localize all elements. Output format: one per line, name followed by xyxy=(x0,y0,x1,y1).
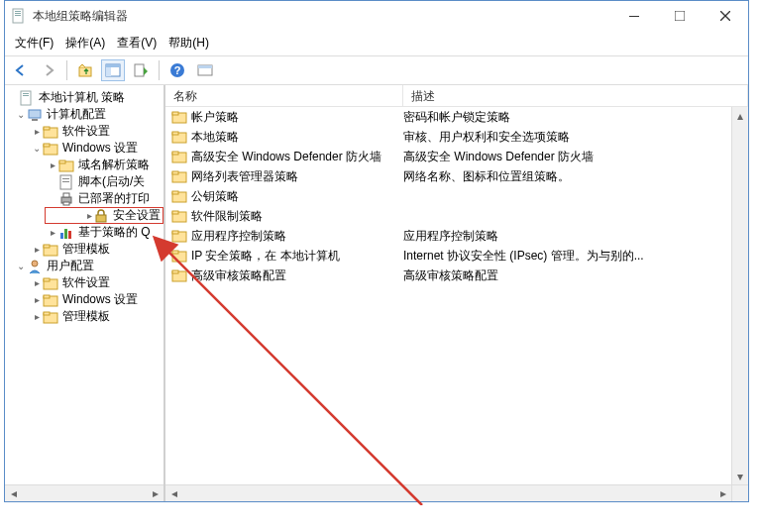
menu-view[interactable]: 查看(V) xyxy=(117,35,157,52)
scroll-right-icon[interactable]: ▸ xyxy=(714,485,731,501)
list-item[interactable]: 应用程序控制策略应用程序控制策略 xyxy=(165,226,748,246)
help-button[interactable]: ? xyxy=(165,59,189,81)
tree-label: 安全设置 xyxy=(113,207,161,224)
list-scrollbar-horizontal[interactable]: ◂ ▸ xyxy=(165,484,731,501)
item-desc: 高级安全 Windows Defender 防火墙 xyxy=(403,149,748,165)
tree-root[interactable]: ▸ 本地计算机 策略 xyxy=(7,89,163,106)
folder-icon xyxy=(43,141,58,157)
user-icon xyxy=(27,259,43,274)
scroll-left-icon[interactable]: ◂ xyxy=(5,485,22,501)
policy-tree[interactable]: ▸ 本地计算机 策略 ⌄ 计算机配置 ▸ 软件设置 ⌄ Wind xyxy=(5,85,163,329)
show-hide-tree-button[interactable] xyxy=(101,59,125,81)
list-item[interactable]: 网络列表管理器策略网络名称、图标和位置组策略。 xyxy=(165,166,748,186)
tree-label: 本地计算机 策略 xyxy=(39,89,125,106)
menu-action[interactable]: 操作(A) xyxy=(65,35,105,52)
tree-user-config[interactable]: ⌄ 用户配置 xyxy=(7,258,163,274)
expander-icon[interactable]: ▸ xyxy=(47,157,58,173)
column-header-name[interactable]: 名称 xyxy=(165,85,403,106)
list-scrollbar-vertical[interactable]: ▴ ▾ xyxy=(731,107,748,484)
expander-icon[interactable]: ▸ xyxy=(31,241,43,258)
item-name: 帐户策略 xyxy=(191,109,239,126)
expander-icon[interactable]: ▸ xyxy=(31,123,43,140)
window-title: 本地组策略编辑器 xyxy=(33,8,611,25)
folder-icon xyxy=(43,309,58,325)
policy-icon xyxy=(19,90,35,106)
tree-label: 管理模板 xyxy=(62,308,110,325)
computer-icon xyxy=(27,107,43,123)
svg-rect-36 xyxy=(64,229,67,239)
menu-help[interactable]: 帮助(H) xyxy=(168,35,209,52)
svg-rect-2 xyxy=(15,13,21,14)
close-button[interactable] xyxy=(703,1,748,31)
menu-bar: 文件(F) 操作(A) 查看(V) 帮助(H) xyxy=(5,31,748,56)
folder-icon xyxy=(171,228,187,244)
expander-icon[interactable]: ⌄ xyxy=(31,140,43,157)
tree-label: 计算机配置 xyxy=(47,106,106,123)
svg-rect-54 xyxy=(172,171,178,174)
folder-icon xyxy=(43,242,58,258)
list-item[interactable]: 软件限制策略 xyxy=(165,206,748,226)
list-item[interactable]: 本地策略审核、用户权利和安全选项策略 xyxy=(165,127,748,147)
expander-icon[interactable]: ▸ xyxy=(31,274,43,291)
svg-text:?: ? xyxy=(174,64,181,76)
svg-rect-35 xyxy=(60,233,63,239)
folder-icon xyxy=(171,149,187,164)
svg-rect-62 xyxy=(172,251,178,254)
list-item[interactable]: 高级安全 Windows Defender 防火墙高级安全 Windows De… xyxy=(165,147,748,166)
expander-icon[interactable]: ▸ xyxy=(85,207,93,224)
scroll-right-icon[interactable]: ▸ xyxy=(147,485,163,501)
app-icon xyxy=(11,8,27,24)
list-item[interactable]: 帐户策略密码和帐户锁定策略 xyxy=(165,107,748,127)
tree-software-settings[interactable]: ▸ 软件设置 xyxy=(7,123,163,140)
lock-icon xyxy=(93,208,109,224)
tree-computer-config[interactable]: ⌄ 计算机配置 xyxy=(7,106,163,123)
tree-scripts[interactable]: ▸ 脚本(启动/关 xyxy=(7,173,163,190)
up-button[interactable] xyxy=(73,59,97,81)
tree-u-software-settings[interactable]: ▸ 软件设置 xyxy=(7,274,163,291)
tree-deployed-printers[interactable]: ▸ 已部署的打印 xyxy=(7,190,163,207)
column-header-desc[interactable]: 描述 xyxy=(403,85,748,106)
tree-u-admin-templates[interactable]: ▸ 管理模板 xyxy=(7,308,163,325)
svg-rect-5 xyxy=(675,11,685,21)
expander-icon[interactable]: ⌄ xyxy=(15,258,27,274)
folder-icon xyxy=(171,109,187,125)
tree-policy-based-qos[interactable]: ▸ 基于策略的 Q xyxy=(7,224,163,241)
tree-name-resolution-policy[interactable]: ▸ 域名解析策略 xyxy=(7,157,163,173)
scroll-up-icon[interactable]: ▴ xyxy=(732,107,748,124)
scroll-down-icon[interactable]: ▾ xyxy=(732,468,748,484)
tree-pane: ▸ 本地计算机 策略 ⌄ 计算机配置 ▸ 软件设置 ⌄ Wind xyxy=(5,85,165,501)
minimize-button[interactable] xyxy=(611,1,657,31)
svg-rect-32 xyxy=(63,193,69,197)
list-item[interactable]: 公钥策略 xyxy=(165,186,748,206)
expander-icon[interactable]: ⌄ xyxy=(15,106,27,123)
list-pane: 名称 描述 帐户策略密码和帐户锁定策略本地策略审核、用户权利和安全选项策略高级安… xyxy=(165,85,748,501)
scroll-left-icon[interactable]: ◂ xyxy=(165,485,182,501)
tree-label: 软件设置 xyxy=(62,274,110,291)
svg-rect-19 xyxy=(23,95,29,96)
tree-scrollbar-horizontal[interactable]: ◂ ▸ xyxy=(5,484,163,501)
expander-icon[interactable]: ▸ xyxy=(31,291,43,308)
maximize-button[interactable] xyxy=(657,1,703,31)
filter-button[interactable] xyxy=(193,59,217,81)
folder-icon xyxy=(43,292,58,308)
forward-button[interactable] xyxy=(37,59,60,81)
list-header: 名称 描述 xyxy=(165,85,748,107)
tree-windows-settings[interactable]: ⌄ Windows 设置 xyxy=(7,140,163,157)
item-desc: 审核、用户权利和安全选项策略 xyxy=(403,129,748,146)
tree-security-settings[interactable]: ▸ 安全设置 xyxy=(45,207,163,224)
export-button[interactable] xyxy=(129,59,153,81)
svg-rect-39 xyxy=(44,245,50,248)
tree-u-windows-settings[interactable]: ▸ Windows 设置 xyxy=(7,291,163,308)
item-name: 高级安全 Windows Defender 防火墙 xyxy=(191,149,381,165)
list-item[interactable]: 高级审核策略配置高级审核策略配置 xyxy=(165,266,748,285)
back-button[interactable] xyxy=(9,59,33,81)
content-panes: ▸ 本地计算机 策略 ⌄ 计算机配置 ▸ 软件设置 ⌄ Wind xyxy=(5,85,748,501)
svg-rect-48 xyxy=(172,112,178,115)
menu-file[interactable]: 文件(F) xyxy=(15,35,54,52)
expander-icon[interactable]: ▸ xyxy=(47,224,58,241)
tree-admin-templates[interactable]: ▸ 管理模板 xyxy=(7,241,163,258)
item-name: 公钥策略 xyxy=(191,188,239,205)
list-item[interactable]: IP 安全策略，在 本地计算机Internet 协议安全性 (IPsec) 管理… xyxy=(165,246,748,266)
svg-rect-52 xyxy=(172,152,178,155)
expander-icon[interactable]: ▸ xyxy=(31,308,43,325)
